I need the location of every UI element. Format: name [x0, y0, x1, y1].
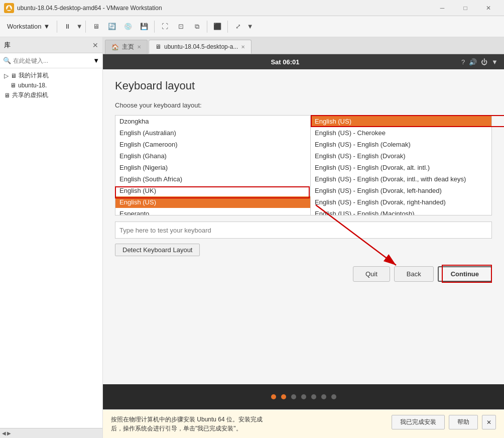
info-line-2: 后，操作系统会进行引导，单击"我已完成安装"。	[111, 424, 384, 433]
right-item-mac[interactable]: English (US) - English (Macintosh)	[311, 208, 491, 215]
vm-icon: 🖥	[10, 82, 16, 89]
installer-subtitle: Choose your keyboard layout:	[115, 101, 492, 109]
snapshot-button[interactable]: 🔄	[104, 19, 120, 35]
search-dropdown-icon[interactable]: ▼	[93, 57, 99, 64]
keyboard-left-list[interactable]: Dzongkha English (Australian) English (C…	[115, 115, 311, 215]
list-item-english-au[interactable]: English (Australian)	[115, 127, 310, 139]
info-close-button[interactable]: ✕	[482, 415, 496, 429]
right-item-dvorak-alt[interactable]: English (US) - English (Dvorak, alt. int…	[311, 162, 491, 173]
remote-dropdown[interactable]: ▼	[246, 19, 254, 35]
fit-button[interactable]: ⊡	[173, 19, 189, 35]
terminal-button[interactable]: ⬛	[209, 19, 225, 35]
right-item-english-us[interactable]: English (US)	[311, 116, 491, 127]
list-item-english-ng[interactable]: English (Nigeria)	[115, 162, 310, 173]
keyboard-test-input[interactable]	[115, 222, 492, 239]
tab-home[interactable]: 🏠 主页 ✕	[105, 40, 148, 54]
installer-title: Keyboard layout	[115, 79, 492, 92]
remote-button[interactable]: ⤢	[230, 19, 246, 35]
computer-icon: 🖥	[11, 72, 17, 79]
triangle-icon: ▷	[4, 72, 9, 79]
toolbar-separator-1	[57, 21, 57, 33]
list-item-english-uk[interactable]: English (UK)	[115, 185, 310, 196]
installer-panel: Keyboard layout Choose your keyboard lay…	[103, 69, 504, 384]
vm-status-icons: ? 🔊 ⏻ ▼	[461, 58, 498, 66]
bottom-info-bar: 按照在物理计算机中的步骤安装 Ubuntu 64 位。安装完成 后，操作系统会进…	[103, 409, 504, 438]
dot-5	[311, 394, 316, 399]
keyboard-right-list[interactable]: English (US) English (US) - Cherokee Eng…	[311, 115, 492, 215]
dot-2	[281, 394, 286, 399]
scroll-left-icon[interactable]: ◀	[2, 430, 6, 436]
dot-1	[271, 394, 276, 399]
workstation-label: Workstation	[7, 23, 41, 30]
chevron-down-icon: ▼	[43, 23, 50, 30]
app-icon	[4, 3, 14, 13]
titlebar: ubuntu-18.04.5-desktop-amd64 - VMware Wo…	[0, 0, 504, 16]
maximize-button[interactable]: □	[454, 0, 477, 16]
volume-icon: 🔊	[469, 58, 477, 66]
sidebar-close-button[interactable]: ✕	[92, 41, 98, 49]
minimize-button[interactable]: ─	[431, 0, 454, 16]
vm-tab-close[interactable]: ✕	[241, 44, 245, 50]
home-tab-close[interactable]: ✕	[137, 44, 141, 50]
shared-icon: 🖥	[4, 92, 10, 99]
right-item-dvorak-lh[interactable]: English (US) - English (Dvorak, left-han…	[311, 185, 491, 196]
pause-dropdown[interactable]: ▼	[75, 19, 83, 35]
dot-6	[321, 394, 326, 399]
main-layout: 库 ✕ 🔍 ▼ ▷ 🖥 我的计算机 🖥 ubuntu-18. 🖥 共享的虚拟机	[0, 37, 504, 438]
unity-button[interactable]: ⧉	[189, 19, 205, 35]
action-buttons: Quit Back Continue	[115, 266, 492, 282]
sidebar-item-vm[interactable]: 🖥 ubuntu-18.	[0, 81, 102, 90]
list-item-english-za[interactable]: English (South Africa)	[115, 173, 310, 185]
progress-dots	[103, 384, 504, 409]
library-title: 库	[4, 41, 11, 50]
toolbar-separator-2	[85, 21, 86, 33]
list-item-dzongkha[interactable]: Dzongkha	[115, 116, 310, 127]
sidebar-tree: ▷ 🖥 我的计算机 🖥 ubuntu-18. 🖥 共享的虚拟机	[0, 68, 102, 428]
toolbar-separator-5	[227, 21, 228, 33]
scroll-right-icon[interactable]: ▶	[7, 430, 11, 436]
pause-button[interactable]: ⏸	[59, 19, 75, 35]
quit-button[interactable]: Quit	[353, 266, 390, 282]
vm-settings-button[interactable]: 🖥	[88, 19, 104, 35]
toolbar-group-1: ⏸ ▼	[59, 19, 83, 35]
floppy-button[interactable]: 💾	[136, 19, 152, 35]
info-text: 按照在物理计算机中的步骤安装 Ubuntu 64 位。安装完成 后，操作系统会进…	[111, 415, 384, 433]
right-item-dvorak[interactable]: English (US) - English (Dvorak)	[311, 150, 491, 162]
window-title: ubuntu-18.04.5-desktop-amd64 - VMware Wo…	[17, 5, 431, 12]
right-item-dvorak-rh[interactable]: English (US) - English (Dvorak, right-ha…	[311, 196, 491, 208]
right-item-colemak[interactable]: English (US) - English (Colemak)	[311, 139, 491, 150]
home-tab-label: 主页	[122, 43, 134, 51]
list-item-english-cm[interactable]: English (Cameroon)	[115, 139, 310, 150]
sidebar-search: 🔍 ▼	[0, 53, 102, 68]
complete-install-button[interactable]: 我已完成安装	[392, 415, 445, 429]
continue-button[interactable]: Continue	[438, 266, 492, 282]
toolbar-separator-3	[154, 21, 155, 33]
list-item-english-us[interactable]: English (US)	[115, 196, 310, 208]
sidebar-scroll-controls: ◀ ▶	[2, 430, 11, 436]
close-button[interactable]: ✕	[477, 0, 500, 16]
back-button[interactable]: Back	[394, 266, 434, 282]
list-item-english-gh[interactable]: English (Ghana)	[115, 150, 310, 162]
menu-icon: ▼	[491, 58, 498, 66]
right-item-cherokee[interactable]: English (US) - Cherokee	[311, 127, 491, 139]
cd-button[interactable]: 💿	[120, 19, 136, 35]
dot-4	[301, 394, 306, 399]
vm-viewport[interactable]: Sat 06:01 ? 🔊 ⏻ ▼ Keyboard layout Choose…	[103, 54, 504, 409]
sidebar-header: 库 ✕	[0, 37, 102, 53]
info-line-1: 按照在物理计算机中的步骤安装 Ubuntu 64 位。安装完成	[111, 415, 384, 424]
right-item-dvorak-intl[interactable]: English (US) - English (Dvorak, intl., w…	[311, 173, 491, 185]
help-button[interactable]: 帮助	[449, 415, 478, 429]
vm-tab-icon: 🖥	[155, 43, 161, 50]
shared-vms-label: 共享的虚拟机	[12, 91, 48, 99]
menubar: Workstation ▼ ⏸ ▼ 🖥 🔄 💿 💾 ⛶ ⊡ ⧉ ⬛ ⤢ ▼	[0, 16, 504, 37]
tab-vm[interactable]: 🖥 ubuntu-18.04.5-desktop-a... ✕	[149, 40, 251, 54]
sidebar-item-my-computer[interactable]: ▷ 🖥 我的计算机	[0, 70, 102, 81]
list-item-esperanto[interactable]: Esperanto	[115, 208, 310, 215]
sidebar: 库 ✕ 🔍 ▼ ▷ 🖥 我的计算机 🖥 ubuntu-18. 🖥 共享的虚拟机	[0, 37, 103, 438]
fullscreen-button[interactable]: ⛶	[157, 19, 173, 35]
vm-clock: Sat 06:01	[271, 58, 299, 66]
workstation-menu[interactable]: Workstation ▼	[2, 19, 55, 35]
search-input[interactable]	[13, 57, 91, 64]
sidebar-item-shared-vms[interactable]: 🖥 共享的虚拟机	[0, 90, 102, 100]
detect-keyboard-button[interactable]: Detect Keyboard Layout	[115, 244, 200, 256]
